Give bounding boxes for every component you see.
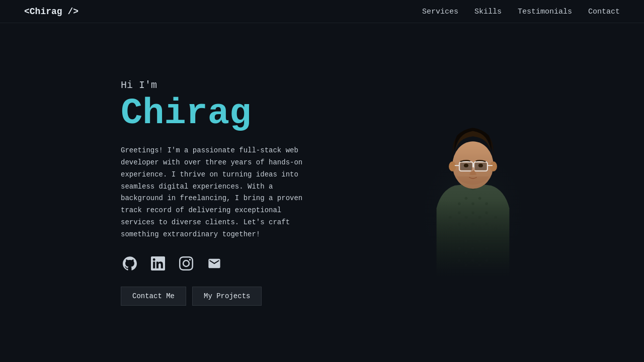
contact-me-button[interactable]: Contact Me bbox=[121, 287, 186, 306]
hero-buttons: Contact Me My Projects bbox=[121, 287, 312, 306]
nav-link-skills[interactable]: Skills bbox=[474, 8, 502, 16]
nav-item-skills[interactable]: Skills bbox=[474, 7, 502, 16]
hero-section: Hi I'm Chirag Greetings! I'm a passionat… bbox=[0, 0, 644, 362]
nav-item-contact[interactable]: Contact bbox=[588, 7, 620, 16]
svg-rect-48 bbox=[409, 85, 536, 277]
hero-name: Chirag bbox=[121, 95, 312, 133]
nav-item-testimonials[interactable]: Testimonials bbox=[518, 7, 572, 16]
instagram-icon[interactable] bbox=[177, 254, 195, 273]
social-icons-container bbox=[121, 254, 312, 273]
linkedin-icon[interactable] bbox=[149, 254, 167, 273]
nav-link-contact[interactable]: Contact bbox=[588, 8, 620, 16]
nav-item-services[interactable]: Services bbox=[422, 7, 458, 16]
hero-content: Hi I'm Chirag Greetings! I'm a passionat… bbox=[121, 56, 312, 306]
my-projects-button[interactable]: My Projects bbox=[192, 287, 262, 306]
github-icon[interactable] bbox=[121, 254, 139, 273]
nav-link-services[interactable]: Services bbox=[422, 8, 458, 16]
hero-image bbox=[403, 85, 543, 277]
nav-logo: <Chirag /> bbox=[24, 7, 78, 17]
hero-description: Greetings! I'm a passionate full-stack w… bbox=[121, 145, 312, 240]
nav-link-testimonials[interactable]: Testimonials bbox=[518, 8, 572, 16]
nav-links: Services Skills Testimonials Contact bbox=[422, 7, 620, 16]
person-illustration bbox=[403, 85, 543, 277]
hero-greeting: Hi I'm bbox=[121, 79, 312, 91]
navbar: <Chirag /> Services Skills Testimonials … bbox=[0, 0, 644, 23]
email-icon[interactable] bbox=[205, 254, 223, 273]
